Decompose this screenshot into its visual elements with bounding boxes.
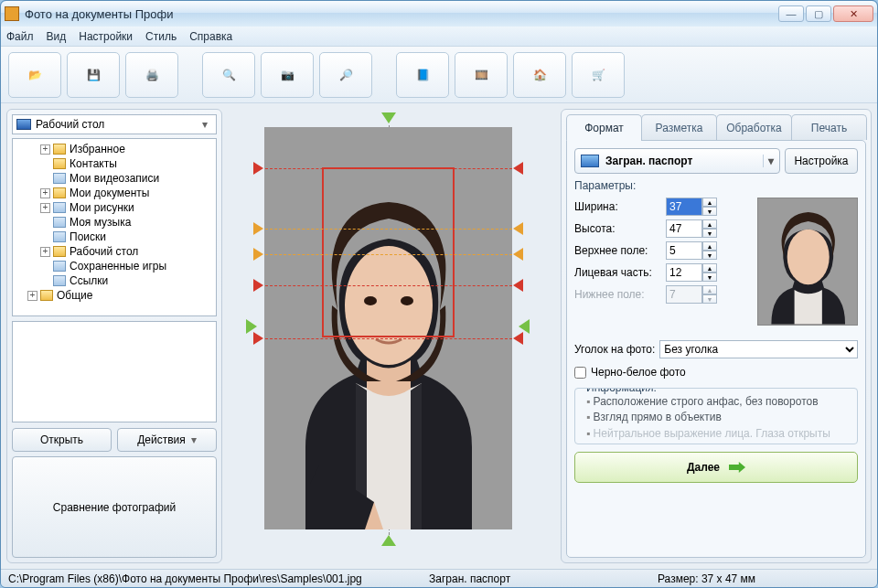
tab-format[interactable]: Формат — [566, 114, 642, 140]
status-path: C:\Program Files (x86)\Фото на документы… — [8, 572, 429, 585]
tb-effects[interactable]: 🎞️ — [455, 52, 508, 98]
marker-red[interactable] — [253, 279, 263, 292]
param-input[interactable] — [666, 263, 702, 282]
menu-settings[interactable]: Настройки — [79, 30, 133, 43]
marker-orange[interactable] — [253, 248, 263, 261]
spin-up[interactable]: ▲ — [702, 241, 717, 251]
spin-down[interactable]: ▼ — [702, 273, 717, 282]
spin-up[interactable]: ▲ — [702, 219, 717, 229]
open-button[interactable]: Открыть — [12, 428, 112, 452]
tree-item[interactable]: Ссылки — [13, 273, 216, 288]
tb-camera[interactable]: 📷 — [261, 52, 314, 98]
param-input[interactable] — [666, 198, 702, 216]
crop-rectangle[interactable] — [322, 167, 455, 337]
expander-icon[interactable]: + — [40, 203, 50, 213]
spin-up[interactable]: ▲ — [702, 198, 717, 207]
tree-item[interactable]: +Общие — [13, 288, 216, 303]
tb-cart[interactable]: 🛒 — [572, 52, 625, 98]
status-bar: C:\Program Files (x86)\Фото на документы… — [1, 569, 877, 587]
spin-up[interactable]: ▲ — [702, 263, 717, 273]
marker-red[interactable] — [253, 162, 263, 175]
expander-icon — [40, 174, 50, 184]
tab-process[interactable]: Обработка — [716, 114, 792, 140]
tree-label: Ссылки — [70, 274, 108, 287]
tab-print[interactable]: Печать — [791, 114, 867, 140]
tree-label: Сохраненные игры — [70, 260, 166, 273]
menu-file[interactable]: Файл — [6, 30, 34, 43]
cart-icon: 🛒 — [592, 69, 605, 81]
expander-icon — [40, 232, 50, 242]
actions-button[interactable]: Действия▾ — [117, 428, 217, 452]
svg-point-5 — [787, 230, 830, 284]
tb-help[interactable]: 📘 — [396, 52, 449, 98]
tree-item[interactable]: +Мои документы — [13, 186, 216, 200]
expander-icon[interactable]: + — [40, 247, 50, 257]
window-title: Фото на документы Профи — [25, 7, 174, 21]
toolbar: 📂 💾 🖨️ 🔍 📷 🔎 📘 🎞️ 🏠 🛒 — [1, 47, 877, 103]
tab-body: Загран. паспорт ▾ Настройка Параметры: Ш… — [566, 140, 866, 558]
tree-label: Избранное — [70, 143, 125, 155]
tb-home[interactable]: 🏠 — [513, 52, 566, 98]
marker-red[interactable] — [513, 162, 523, 175]
spin-down[interactable]: ▼ — [702, 229, 717, 238]
info-box: Информация: Расположение строго анфас, б… — [574, 388, 858, 444]
chevron-down-icon: ▾ — [763, 155, 774, 167]
param-label: Ширина: — [574, 200, 666, 213]
tree-item[interactable]: +Рабочий стол — [13, 244, 216, 259]
corner-select[interactable]: Без уголка — [659, 340, 858, 358]
tb-img-search[interactable]: 🔎 — [319, 52, 372, 98]
info-item: Расположение строго анфас, без поворотов — [586, 394, 850, 410]
setup-button[interactable]: Настройка — [785, 148, 858, 174]
folder-icon — [53, 246, 66, 257]
tb-save[interactable]: 💾 — [67, 52, 120, 98]
tb-print[interactable]: 🖨️ — [125, 52, 178, 98]
expander-icon — [40, 262, 50, 272]
info-item: Нейтральное выражение лица. Глаза открыт… — [586, 426, 850, 442]
marker-red[interactable] — [513, 332, 523, 345]
tree-item[interactable]: +Избранное — [13, 142, 216, 156]
expander-icon[interactable]: + — [27, 291, 37, 301]
menu-view[interactable]: Вид — [47, 30, 67, 43]
titlebar: Фото на документы Профи — ▢ ✕ — [1, 1, 877, 27]
tab-layout[interactable]: Разметка — [641, 114, 717, 140]
menu-style[interactable]: Стиль — [145, 30, 177, 43]
editor-canvas[interactable] — [228, 109, 555, 563]
thumbnails-pane[interactable] — [12, 321, 217, 422]
tree-item[interactable]: Поиски — [13, 230, 216, 244]
next-button[interactable]: Далее — [574, 452, 858, 483]
tree-item[interactable]: Сохраненные игры — [13, 259, 216, 273]
format-selector[interactable]: Загран. паспорт ▾ — [574, 148, 780, 174]
tb-search-user[interactable]: 🔍 — [202, 52, 255, 98]
folder-tree[interactable]: +ИзбранноеКонтактыМои видеозаписи+Мои до… — [12, 138, 217, 316]
marker-orange[interactable] — [513, 248, 523, 261]
tree-item[interactable]: Мои видеозаписи — [13, 171, 216, 186]
menubar: Файл Вид Настройки Стиль Справка — [1, 27, 877, 47]
expander-icon[interactable]: + — [40, 188, 50, 198]
folder-selector[interactable]: Рабочий стол ▾ — [12, 114, 217, 134]
param-input[interactable] — [666, 241, 702, 260]
menu-help[interactable]: Справка — [189, 30, 232, 43]
tb-open[interactable]: 📂 — [8, 52, 61, 98]
passport-icon — [581, 155, 599, 167]
marker-orange[interactable] — [253, 222, 263, 235]
tree-label: Мои видеозаписи — [70, 172, 159, 185]
help-book-icon: 📘 — [416, 69, 430, 81]
compare-button[interactable]: Сравнение фотографий — [12, 456, 217, 558]
spin-down[interactable]: ▼ — [702, 251, 717, 260]
marker-red[interactable] — [253, 332, 263, 345]
folder-icon — [53, 261, 66, 272]
tree-item[interactable]: Контакты — [13, 156, 216, 171]
marker-orange[interactable] — [513, 222, 523, 235]
expander-icon — [40, 276, 50, 286]
app-icon — [5, 6, 19, 21]
bw-checkbox[interactable] — [574, 367, 586, 379]
param-input[interactable] — [666, 219, 702, 238]
tree-item[interactable]: +Мои рисунки — [13, 200, 216, 215]
maximize-button[interactable]: ▢ — [806, 5, 831, 22]
marker-red[interactable] — [513, 279, 523, 292]
expander-icon[interactable]: + — [40, 144, 50, 155]
tree-item[interactable]: Моя музыка — [13, 215, 216, 230]
close-button[interactable]: ✕ — [833, 5, 873, 22]
minimize-button[interactable]: — — [778, 5, 804, 22]
spin-down[interactable]: ▼ — [702, 207, 717, 216]
